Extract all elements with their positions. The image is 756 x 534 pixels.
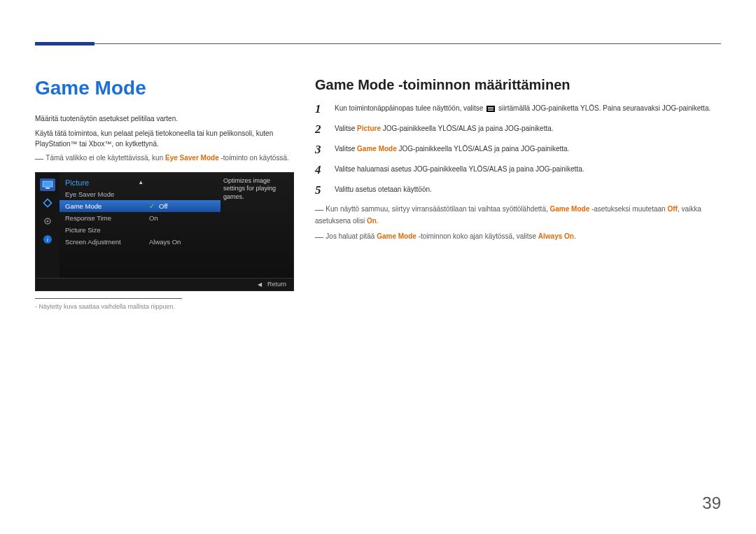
osd-screenshot: i Picture ▲ Eye Saver Mode Game Mode Res… (35, 172, 294, 291)
note-eye-saver-post: -toiminto on käytössä. (219, 154, 289, 162)
step-4: 4 Valitse haluamasi asetus JOG-painikkee… (315, 164, 721, 176)
osd-values: ✓ Off On Always On (144, 173, 220, 278)
picture-label: Picture (357, 125, 381, 132)
frame-icon (40, 197, 55, 209)
monitor-icon (40, 178, 55, 191)
step-number: 4 (315, 164, 325, 176)
step-number: 5 (315, 184, 325, 196)
info-icon: i (40, 233, 55, 246)
note-power-off: Kun näyttö sammuu, siirtyy virransäästöt… (315, 204, 721, 226)
osd-footer: ◀ Return (36, 278, 293, 290)
osd-item-screen-adjustment: Screen Adjustment (59, 236, 144, 248)
step-2: 2 Valitse Picture JOG-painikkeella YLÖS/… (315, 123, 721, 135)
osd-sidebar: i (36, 173, 59, 278)
step-5-text: Valittu asetus otetaan käyttöön. (335, 184, 432, 195)
osd-value-off-text: Off (159, 202, 168, 210)
osd-item-eye-saver: Eye Saver Mode (59, 188, 144, 200)
on-label: On (367, 217, 377, 225)
always-on-label: Always On (538, 232, 574, 240)
steps-list: 1 Kun toimintonäppäinopas tulee näyttöön… (315, 103, 721, 196)
step-1-text: Kun toimintonäppäinopas tulee näyttöön, … (335, 103, 710, 113)
svg-rect-1 (46, 188, 50, 189)
osd-return-label: Return (267, 281, 286, 288)
eye-saver-mode-label: Eye Saver Mode (165, 154, 219, 162)
osd-title-text: Picture (65, 178, 89, 187)
step-3-text: Valitse Game Mode JOG-painikkeella YLÖS/… (335, 143, 569, 154)
up-arrow-icon: ▲ (138, 179, 144, 185)
step-3: 3 Valitse Game Mode JOG-painikkeella YLÖ… (315, 143, 721, 155)
note-always-on: Jos haluat pitää Game Mode -toiminnon ko… (315, 232, 721, 244)
page-number: 39 (702, 493, 721, 513)
section-heading-game-mode: Game Mode (35, 77, 294, 99)
step-number: 3 (315, 143, 325, 155)
note-eye-saver: Tämä valikko ei ole käytettävissä, kun E… (35, 153, 294, 165)
left-column: Game Mode Määritä tuotenäytön asetukset … (35, 77, 294, 310)
step-number: 1 (315, 103, 325, 115)
header-rule (35, 43, 721, 46)
intro-paragraph-2: Käytä tätä toimintoa, kun pelaat pelejä … (35, 128, 294, 149)
game-mode-label-2: Game Mode (550, 205, 590, 213)
osd-description: Optimizes image settings for playing gam… (220, 173, 293, 278)
step-2-text: Valitse Picture JOG-painikkeella YLÖS/AL… (335, 123, 554, 134)
note-eye-saver-pre: Tämä valikko ei ole käytettävissä, kun (46, 154, 165, 162)
osd-item-response-time: Response Time (59, 212, 144, 224)
subsection-heading: Game Mode -toiminnon määrittäminen (315, 77, 721, 93)
osd-item-picture-size: Picture Size (59, 224, 144, 236)
osd-item-game-mode: Game Mode (59, 200, 144, 212)
separator-line (35, 298, 182, 299)
svg-point-4 (47, 220, 49, 222)
image-disclaimer: Näytetty kuva saattaa vaihdella mallista… (35, 303, 294, 310)
osd-value-off: ✓ Off (144, 200, 220, 212)
game-mode-label-3: Game Mode (377, 232, 416, 240)
step-4-text: Valitse haluamasi asetus JOG-painikkeell… (335, 164, 584, 174)
osd-value-on: On (144, 212, 220, 224)
left-arrow-icon: ◀ (258, 281, 262, 288)
gear-icon (40, 215, 55, 227)
intro-paragraph-1: Määritä tuotenäytön asetukset pelitilaa … (35, 113, 294, 124)
check-icon: ✓ (149, 202, 156, 209)
off-label: Off (667, 205, 677, 213)
step-1: 1 Kun toimintonäppäinopas tulee näyttöön… (315, 103, 721, 115)
svg-rect-0 (43, 181, 52, 187)
right-column: Game Mode -toiminnon määrittäminen 1 Kun… (315, 77, 721, 310)
menu-icon (486, 106, 495, 112)
game-mode-label: Game Mode (357, 145, 397, 153)
svg-rect-2 (43, 199, 51, 206)
osd-menu-items: Picture ▲ Eye Saver Mode Game Mode Respo… (59, 173, 144, 278)
step-5: 5 Valittu asetus otetaan käyttöön. (315, 184, 721, 196)
osd-category-title: Picture ▲ (59, 176, 144, 188)
osd-value-always-on: Always On (144, 236, 220, 248)
step-number: 2 (315, 123, 325, 135)
